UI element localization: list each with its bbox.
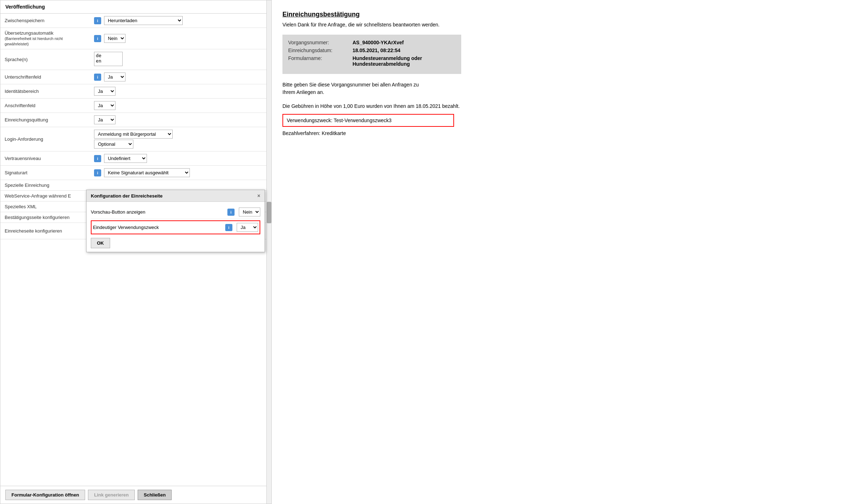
einreichungsquittung-select[interactable]: Ja Nein — [94, 115, 115, 124]
login-anforderung-select1[interactable]: Anmeldung mit Bürgerportal Keine Anmeldu… — [94, 130, 173, 139]
row-label: Vertrauensniveau — [0, 151, 90, 166]
table-row: Einreichungsquittung Ja Nein — [0, 113, 271, 127]
modal-row-vorschau: Vorschau-Button anzeigen i Nein Ja — [91, 205, 260, 219]
row-label: Identitätsbereich — [0, 84, 90, 99]
scrollbar-thumb[interactable] — [267, 202, 271, 223]
table-row: Sprache(n) de en — [0, 49, 271, 70]
verwendungszweck-box: Verwendungszweck: Test-Verwendungszweck3 — [282, 114, 454, 127]
login-anforderung-select2[interactable]: Optional Pflicht — [94, 140, 133, 149]
info-icon[interactable]: i — [94, 35, 101, 42]
vertrauensniveau-select[interactable]: Undefiniert — [104, 154, 147, 163]
zwischenspeichern-select[interactable]: Herunterladen Ja Nein — [104, 16, 183, 25]
table-row: Unterschriftenfeld i Ja Nein — [0, 70, 271, 84]
scrollbar[interactable] — [266, 0, 271, 504]
row-label: Spezielles XML — [0, 201, 90, 212]
modal-title: Konfiguration der Einreicheseite — [91, 193, 163, 199]
schliessen-button[interactable]: Schließen — [138, 490, 172, 500]
table-row: Identitätsbereich Ja Nein — [0, 84, 271, 99]
signaturart-select[interactable]: Keine Signaturart ausgewählt — [104, 168, 190, 177]
anschriftenfeld-select[interactable]: Ja Nein — [94, 101, 115, 110]
row-label: Zwischenspeichern — [0, 14, 90, 28]
modal-row-verwendungszweck: Eindeutiger Verwendungszweck i Ja Nein — [91, 220, 260, 234]
row-label: Spezielle Einreichung — [0, 180, 90, 191]
verwendungszweck-label: Eindeutiger Verwendungszweck — [93, 225, 222, 230]
vorgangsnummer-key: Vorgangsnummer: — [288, 40, 353, 45]
close-icon[interactable]: × — [257, 193, 260, 199]
formular-konfiguration-button[interactable]: Formular-Konfiguration öffnen — [5, 490, 85, 500]
row-label: Übersetzungsautomatik(Barrierefreiheit i… — [0, 28, 90, 49]
info-table: Vorgangsnummer: AS_940000-YKArXvef Einre… — [282, 35, 461, 74]
modal-body: Vorschau-Button anzeigen i Nein Ja Einde… — [87, 202, 265, 252]
right-panel: Einreichungsbestätigung Vielen Dank für … — [272, 0, 857, 504]
info-icon[interactable]: i — [94, 74, 101, 81]
bottom-buttons: Formular-Konfiguration öffnen Link gener… — [0, 486, 266, 504]
confirmation-subtitle: Vielen Dank für Ihre Anfrage, die wir sc… — [282, 22, 515, 28]
info-icon[interactable]: i — [227, 209, 235, 216]
row-label: Login-Anforderung — [0, 127, 90, 151]
formularname-value: Hundesteueranmeldung oder Hundesteuerabm… — [353, 55, 455, 67]
formularname-key: Formularname: — [288, 55, 353, 67]
row-label: WebService-Anfrage während E — [0, 191, 90, 201]
info-table-row: Formularname: Hundesteueranmeldung oder … — [288, 55, 455, 67]
table-row: Übersetzungsautomatik(Barrierefreiheit i… — [0, 28, 271, 49]
confirmation-note: Bitte geben Sie diese Vorgangsnummer bei… — [282, 81, 515, 96]
link-generieren-button[interactable]: Link generieren — [88, 490, 135, 500]
vorschau-label: Vorschau-Button anzeigen — [91, 209, 225, 215]
table-row: Zwischenspeichern i Herunterladen Ja Nei… — [0, 14, 271, 28]
table-row: Signaturart i Keine Signaturart ausgewäh… — [0, 166, 271, 180]
row-label: Bestätigungsseite konfigurieren — [0, 212, 90, 223]
info-icon[interactable]: i — [94, 169, 101, 176]
confirmation-title: Einreichungsbestätigung — [282, 11, 515, 18]
table-row: Anschriftenfeld Ja Nein — [0, 99, 271, 113]
sprachen-textarea[interactable]: de en — [94, 52, 123, 66]
vorschau-select[interactable]: Nein Ja — [239, 208, 260, 216]
info-table-row: Vorgangsnummer: AS_940000-YKArXvef — [288, 40, 455, 45]
table-row: Login-Anforderung Anmeldung mit Bürgerpo… — [0, 127, 271, 151]
table-row: Spezielle Einreichung — [0, 180, 271, 191]
left-panel: Veröffentlichung Zwischenspeichern i Her… — [0, 0, 272, 504]
info-icon[interactable]: i — [94, 155, 101, 162]
row-label: Sprache(n) — [0, 49, 90, 70]
bezahlverfahren: Bezahlverfahren: Kreditkarte — [282, 130, 515, 136]
modal-ok-area: OK — [91, 238, 260, 248]
einreichungsdatum-key: Einreichungsdatum: — [288, 48, 353, 53]
table-row: Vertrauensniveau i Undefiniert — [0, 151, 271, 166]
unterschriftenfeld-select[interactable]: Ja Nein — [104, 73, 125, 81]
panel-title: Veröffentlichung — [0, 0, 271, 14]
info-icon[interactable]: i — [225, 224, 232, 231]
modal-header: Konfiguration der Einreicheseite × — [87, 190, 265, 202]
row-label: Signaturart — [0, 166, 90, 180]
row-label: Anschriftenfeld — [0, 99, 90, 113]
row-label: Einreichungsquittung — [0, 113, 90, 127]
modal-dialog: Konfiguration der Einreicheseite × Vorsc… — [86, 190, 265, 252]
row-label: Einreicheseite konfigurieren — [0, 223, 90, 239]
verwendungszweck-select[interactable]: Ja Nein — [237, 223, 258, 232]
payment-info: Die Gebühren in Höhe von 1,00 Euro wurde… — [282, 103, 515, 109]
row-label: Unterschriftenfeld — [0, 70, 90, 84]
einreichungsdatum-value: 18.05.2021, 08:22:54 — [353, 48, 455, 53]
info-icon[interactable]: i — [94, 17, 101, 24]
vorgangsnummer-value: AS_940000-YKArXvef — [353, 40, 455, 45]
uebersetzungsautomatik-select[interactable]: Nein Ja — [104, 34, 125, 43]
ok-button[interactable]: OK — [91, 238, 110, 248]
info-table-row: Einreichungsdatum: 18.05.2021, 08:22:54 — [288, 48, 455, 53]
identitaetsbereich-select[interactable]: Ja Nein — [94, 87, 115, 96]
confirmation-box: Einreichungsbestätigung Vielen Dank für … — [282, 11, 515, 136]
